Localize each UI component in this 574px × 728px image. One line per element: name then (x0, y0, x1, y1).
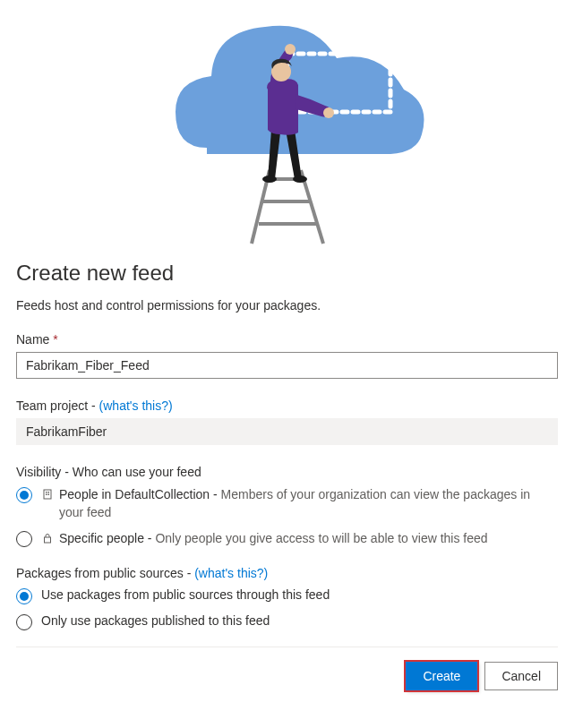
public-sources-help-link[interactable]: (what's this?) (194, 566, 268, 580)
svg-point-8 (285, 44, 296, 55)
visibility-label: Visibility - Who can use your feed (16, 465, 558, 479)
public-sources-label: Packages from public sources - (what's t… (16, 566, 558, 580)
public-sources-only-radio[interactable] (16, 614, 32, 630)
team-project-help-link[interactable]: (what's this?) (99, 398, 173, 413)
name-input[interactable] (16, 352, 558, 379)
svg-point-9 (323, 107, 334, 118)
divider (16, 647, 558, 647)
team-project-field: FabrikamFiber (16, 418, 558, 445)
svg-rect-12 (46, 492, 47, 493)
name-label: Name * (16, 332, 558, 347)
required-indicator: * (53, 332, 57, 347)
svg-rect-11 (44, 490, 51, 499)
visibility-specific-radio[interactable] (16, 531, 32, 547)
cancel-button[interactable]: Cancel (484, 662, 558, 690)
create-button[interactable]: Create (406, 662, 477, 690)
svg-point-7 (293, 176, 307, 183)
svg-rect-16 (45, 537, 51, 543)
public-sources-use-radio[interactable] (16, 588, 32, 604)
svg-point-6 (262, 176, 277, 183)
lock-icon (41, 532, 54, 544)
visibility-org-radio[interactable] (16, 487, 32, 503)
page-subtitle: Feeds host and control permissions for y… (16, 298, 558, 313)
visibility-specific-label: Specific people - Only people you give a… (59, 530, 488, 548)
svg-rect-14 (46, 494, 47, 496)
svg-rect-13 (48, 492, 50, 493)
team-project-label: Team project - (what's this?) (16, 398, 558, 413)
org-icon (41, 488, 54, 501)
public-sources-use-label: Use packages from public sources through… (41, 587, 330, 602)
visibility-org-label: People in DefaultCollection - Members of… (59, 486, 558, 521)
page-title: Create new feed (16, 261, 558, 286)
public-sources-only-label: Only use packages published to this feed (41, 613, 270, 628)
hero-illustration (16, 0, 558, 255)
svg-rect-15 (48, 494, 50, 496)
